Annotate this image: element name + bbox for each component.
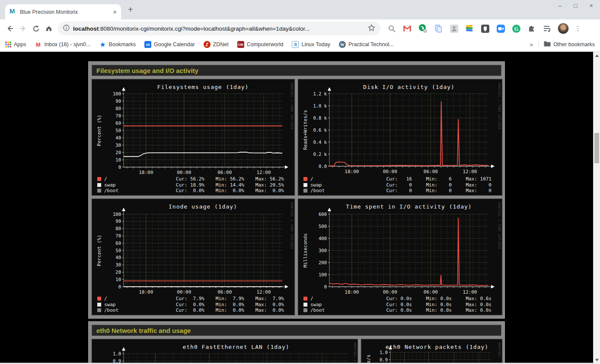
bookmark-star-icon[interactable] — [368, 24, 375, 33]
legend-value: Cur: 0.0% — [165, 307, 204, 313]
bookmark-inbox[interactable]: M Inbox (16) - sjvn0... — [35, 41, 91, 48]
graph-eth0-packets[interactable]: 0.00.10.20.30.40.50.60.70.80.91.0 eth0 N… — [361, 339, 502, 364]
extensions-puzzle-icon[interactable] — [527, 23, 537, 34]
bookmark-label: Inbox (16) - sjvn0... — [45, 41, 91, 47]
legend-series-name: swap — [97, 302, 165, 308]
bookmark-bookmarks[interactable]: ★ Bookmarks — [99, 41, 136, 48]
browser-menu-icon[interactable]: ⋮ — [574, 23, 582, 34]
svg-text:80: 80 — [115, 106, 121, 111]
legend-value: Cur: 56.2% — [165, 176, 204, 182]
window-close-button[interactable]: × — [590, 2, 593, 9]
bookmarks-overflow-chevron[interactable]: » — [530, 41, 533, 48]
legend-color-swatch — [97, 297, 101, 301]
page-info-icon[interactable] — [63, 25, 70, 33]
bookmark-google-calendar[interactable]: 28 Google Calendar — [144, 41, 195, 48]
url-host: localhost — [73, 25, 99, 32]
address-bar[interactable]: localhost:8080/monitorix-cgi/monitorix.c… — [58, 22, 380, 35]
browser-toolbar: localhost:8080/monitorix-cgi/monitorix.c… — [0, 19, 600, 38]
graph-time-in-io[interactable]: 18:0000:0006:0012:000100200300400500600 … — [298, 199, 502, 315]
legend-value: Cur: 16 — [372, 176, 412, 182]
graph-inode-usage[interactable]: 18:0000:0006:0012:0001020304050607080901… — [92, 199, 295, 315]
search-extension-icon[interactable] — [386, 23, 397, 34]
gmail-extension-icon[interactable] — [402, 23, 412, 34]
legend-value: Min: 0 — [412, 182, 452, 188]
profile-avatar[interactable] — [558, 23, 569, 34]
legend-value: Cur: 0.0s — [372, 302, 412, 308]
new-tab-button[interactable]: + — [128, 5, 133, 15]
svg-text:18:00: 18:00 — [139, 289, 153, 295]
page-scrollbar[interactable] — [593, 52, 600, 364]
legend-value: Max: 0.0s — [452, 302, 491, 308]
svg-text:00:00: 00:00 — [177, 170, 191, 175]
graph-legend: /Cur: 7.9%Min: 7.9%Max: 7.9%swapCur: 0.0… — [92, 296, 294, 313]
legend-series-name: /boot — [97, 307, 165, 313]
legend-color-swatch — [303, 297, 307, 301]
graph-legend: /Cur: 0.0sMin: 0.0sMax: 0.6sswapCur: 0.0… — [298, 296, 502, 313]
svg-text:1.0: 1.0 — [113, 351, 121, 356]
bookmark-linux-today[interactable]: /t Linux Today — [292, 41, 330, 48]
svg-text:200: 200 — [319, 260, 327, 265]
linuxtoday-icon: /t — [292, 41, 299, 48]
grammarly-extension-icon[interactable]: G — [511, 23, 521, 34]
bookmark-practical-technology[interactable]: W Practical Technol... — [339, 41, 394, 48]
legend-value: Max: 56.2% — [244, 176, 284, 182]
svg-text:0.9: 0.9 — [380, 357, 388, 362]
legend-series-name: /boot — [303, 307, 372, 313]
books-stack-extension-icon[interactable] — [464, 23, 475, 34]
graph-disk-io-activity[interactable]: 18:0000:0006:0012:000.00.2 k0.4 k0.6 k0.… — [298, 79, 502, 196]
svg-text:0: 0 — [118, 284, 121, 289]
reload-button[interactable] — [29, 22, 42, 35]
browser-tab[interactable]: M Blue Precision Monitorix × — [5, 4, 121, 19]
google-voice-extension-icon[interactable]: ? — [418, 23, 428, 34]
graph-y-axis-label: Milliseconds — [303, 233, 308, 267]
tab-close-icon[interactable]: × — [113, 9, 117, 15]
rrdtool-watermark: RRDTOOL — [498, 343, 501, 358]
svg-text:0: 0 — [118, 165, 121, 170]
legend-value: Cur: 0.0s — [372, 307, 412, 313]
graph-legend: /Cur: 56.2%Min: 56.2%Max: 56.2%swapCur: … — [92, 176, 294, 194]
legend-value: Min: 56.2% — [204, 176, 244, 182]
svg-text:10: 10 — [115, 277, 121, 282]
legend-value: Max: 0.0% — [244, 188, 284, 194]
scrollbar-down-arrow-icon[interactable] — [595, 359, 599, 361]
forward-button[interactable] — [16, 22, 29, 35]
apps-label: Apps — [14, 41, 26, 47]
svg-text:600: 600 — [319, 212, 327, 217]
svg-text:100: 100 — [113, 212, 121, 217]
bookmark-computerworld[interactable]: CW Computerworld — [237, 41, 284, 48]
home-button[interactable] — [42, 22, 55, 35]
scrollbar-thumb[interactable] — [594, 133, 599, 163]
copy-pages-extension-icon[interactable] — [433, 23, 444, 34]
section-title-filesystem: Filesystem usage and I/O activity — [92, 65, 501, 76]
legend-series-name: / — [97, 176, 165, 182]
monitorix-page: Filesystem usage and I/O activity 18:000… — [0, 52, 600, 364]
other-bookmarks[interactable]: Other bookmarks — [544, 41, 595, 48]
graph-filesystems-usage[interactable]: 18:0000:0006:0012:0001020304050607080901… — [92, 79, 295, 196]
bookmark-zdnet[interactable]: Z ZDNet — [204, 41, 229, 48]
zoom-extension-icon[interactable] — [495, 23, 506, 34]
person-extension-icon[interactable] — [449, 23, 459, 34]
keeper-extension-icon[interactable] — [480, 23, 490, 34]
legend-value: Min: 6 — [412, 176, 452, 182]
svg-text:0.2 k: 0.2 k — [313, 152, 327, 157]
url-text[interactable]: localhost:8080/monitorix-cgi/monitorix.c… — [73, 25, 364, 32]
eth0-graphs: 0.00.10.20.30.40.50.60.70.80.91.0 eth0 F… — [92, 339, 501, 364]
legend-series-name: swap — [303, 302, 372, 308]
section-title-eth0: eth0 Network traffic and usage — [92, 325, 501, 336]
legend-color-swatch — [303, 183, 307, 187]
window-maximize-button[interactable]: □ — [574, 2, 577, 9]
svg-text:18:00: 18:00 — [139, 170, 153, 175]
apps-shortcut[interactable]: Apps — [5, 41, 26, 47]
window-minimize-button[interactable]: – — [559, 2, 562, 9]
bookmark-label: Practical Technol... — [348, 41, 394, 47]
back-button[interactable] — [3, 22, 16, 35]
legend-value: Max: 0 — [452, 188, 491, 194]
svg-text:30: 30 — [115, 262, 121, 267]
bookmark-label: ZDNet — [213, 41, 229, 47]
svg-text:30: 30 — [115, 142, 121, 148]
graph-eth0-lan[interactable]: 0.00.10.20.30.40.50.60.70.80.91.0 eth0 F… — [92, 339, 358, 364]
scrollbar-up-arrow-icon[interactable] — [595, 54, 599, 57]
rrdtool-watermark: RRDTOOL / TOBI OETIKER — [498, 203, 501, 249]
playlist-extension-icon[interactable] — [542, 23, 552, 34]
section-eth0-network: eth0 Network traffic and usage 0.00.10.2… — [88, 321, 505, 364]
